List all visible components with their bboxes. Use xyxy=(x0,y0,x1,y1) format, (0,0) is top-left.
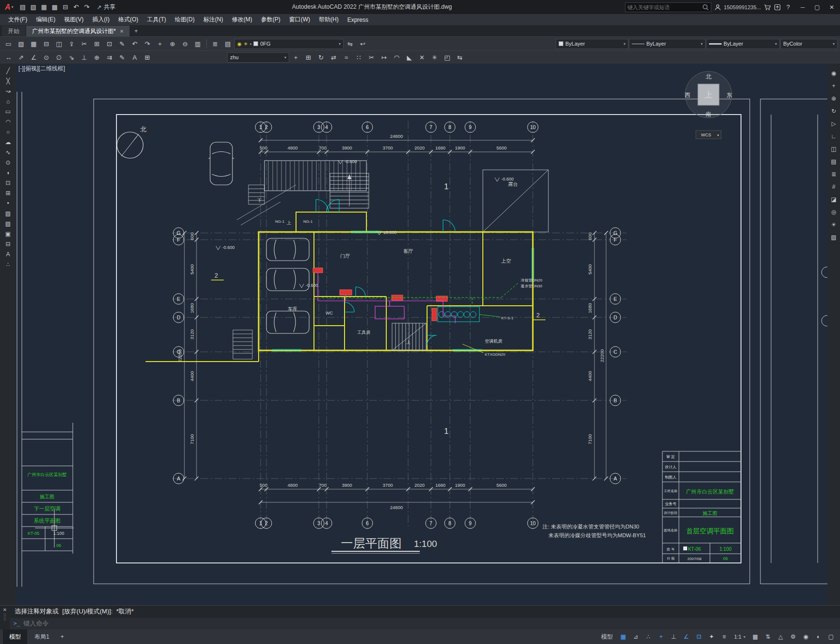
pan-icon[interactable]: + xyxy=(154,38,166,50)
line-icon[interactable]: ╱ xyxy=(2,66,14,75)
isolate-objects-icon[interactable]: ◐ xyxy=(812,631,824,642)
undo-icon[interactable]: ↶ xyxy=(129,38,141,50)
revision-cloud-icon[interactable]: ☁ xyxy=(2,137,14,147)
snap-icon[interactable]: ⊿ xyxy=(630,631,642,642)
dim-radius-icon[interactable]: ⊙ xyxy=(40,52,52,63)
measure-icon[interactable]: # xyxy=(829,182,839,191)
menu-item-8[interactable]: 修改(M) xyxy=(228,14,257,25)
infer-constraints-icon[interactable]: ∴ xyxy=(642,631,655,642)
dynamic-input-icon[interactable]: + xyxy=(655,631,667,642)
new-file-icon[interactable]: ▭ xyxy=(2,38,15,50)
point-icon[interactable]: • xyxy=(2,198,14,208)
cut-icon[interactable]: ✂ xyxy=(78,38,90,50)
center-mark-icon[interactable]: ⊕ xyxy=(91,52,103,63)
undo-icon[interactable]: ↶ xyxy=(71,2,82,13)
color-dropdown[interactable]: ByLayer ▾ xyxy=(556,39,628,49)
osnap-icon[interactable]: ⊡ xyxy=(693,631,705,642)
array-icon[interactable]: ∷ xyxy=(353,52,365,63)
gradient-icon[interactable]: ▧ xyxy=(2,219,14,228)
lineweight-display-icon[interactable]: ≡ xyxy=(718,631,730,642)
move-icon[interactable]: + xyxy=(290,52,302,63)
clean-screen-icon[interactable]: ▢ xyxy=(825,631,837,642)
construction-line-icon[interactable]: ╳ xyxy=(2,76,14,85)
spline-icon[interactable]: ∿ xyxy=(2,148,14,157)
minimize-icon[interactable]: ─ xyxy=(795,0,810,14)
properties-icon[interactable]: ▥ xyxy=(192,38,204,50)
layer-states-icon[interactable]: ▤ xyxy=(222,38,234,50)
dim-style-icon[interactable]: ✎ xyxy=(116,52,128,63)
share-button[interactable]: ↗ 共享 xyxy=(93,3,119,11)
redo-icon[interactable]: ↷ xyxy=(82,2,92,13)
search-icon[interactable] xyxy=(702,4,709,11)
account-name[interactable]: 15059991235... xyxy=(724,4,761,10)
named-views-icon[interactable]: ▤ xyxy=(829,157,839,166)
stretch-icon[interactable]: ⇆ xyxy=(454,52,466,63)
copy-icon[interactable]: ⊞ xyxy=(91,38,103,50)
viewport-icon[interactable]: ◫ xyxy=(829,144,839,153)
plot-preview-icon[interactable]: ◫ xyxy=(53,38,65,50)
annotation-monitor-icon[interactable]: ◉ xyxy=(800,631,812,642)
dim-angular-icon[interactable]: ∠ xyxy=(28,52,40,63)
linetype-dropdown[interactable]: ByLayer ▾ xyxy=(629,39,706,49)
save-as-icon[interactable]: ▩ xyxy=(49,2,60,13)
ortho-icon[interactable]: ⊥ xyxy=(668,631,680,642)
layer-walk-icon[interactable]: ≣ xyxy=(829,169,839,179)
erase-icon[interactable]: ✕ xyxy=(416,52,428,63)
fillet-icon[interactable]: ◠ xyxy=(391,52,403,63)
layer-previous-icon[interactable]: ↩ xyxy=(357,38,369,50)
explode-icon[interactable]: ✳ xyxy=(428,52,441,63)
lineweight-dropdown[interactable]: ByLayer ▾ xyxy=(706,39,780,49)
table-icon[interactable]: ⊟ xyxy=(2,239,14,248)
menu-item-6[interactable]: 绘图(D) xyxy=(170,14,199,25)
menu-item-12[interactable]: Express xyxy=(343,14,373,25)
rectangle-icon[interactable]: ▭ xyxy=(2,107,14,116)
hatch-icon[interactable]: ▨ xyxy=(2,209,14,218)
materials-icon[interactable]: ▨ xyxy=(829,232,839,242)
transparency-icon[interactable]: ▩ xyxy=(749,631,761,642)
drawing-canvas[interactable]: [-][俯视][二维线框] 50050048004800700700390039… xyxy=(16,64,827,605)
ellipse-arc-icon[interactable]: ◖ xyxy=(2,168,14,177)
tab-start[interactable]: 开始 xyxy=(2,26,25,36)
plotstyle-dropdown[interactable]: ByColor ▾ xyxy=(780,39,838,49)
trim-icon[interactable]: ✂ xyxy=(365,52,378,63)
polar-tracking-icon[interactable]: ∠ xyxy=(680,631,692,642)
zoom-extents-icon[interactable]: ⊕ xyxy=(829,94,839,103)
scale-icon[interactable]: ◰ xyxy=(441,52,453,63)
chamfer-icon[interactable]: ◣ xyxy=(403,52,415,63)
match-properties-icon[interactable]: ✎ xyxy=(116,38,128,50)
dim-aligned-icon[interactable]: ⇗ xyxy=(15,52,27,63)
menu-item-10[interactable]: 窗口(W) xyxy=(285,14,314,25)
object-track-icon[interactable]: ✦ xyxy=(706,631,718,642)
navigation-wheel-icon[interactable]: ◉ xyxy=(829,68,839,78)
close-tab-icon[interactable]: ✕ xyxy=(120,29,124,34)
workspace-gear-icon[interactable]: ⚙ xyxy=(787,631,799,642)
menu-item-3[interactable]: 插入(I) xyxy=(88,14,114,25)
paste-icon[interactable]: ⊡ xyxy=(103,38,115,50)
publish-icon[interactable]: ⇪ xyxy=(66,38,78,50)
open-icon[interactable]: ▧ xyxy=(15,38,27,50)
showmotion-icon[interactable]: ▷ xyxy=(829,119,839,128)
app-menu-button[interactable]: A ▾ xyxy=(2,0,16,14)
sun-properties-icon[interactable]: ☀ xyxy=(829,220,839,229)
new-layout-button[interactable]: + xyxy=(57,629,68,644)
command-window-grip[interactable]: ✕ ⠿⠿ xyxy=(0,606,10,629)
dim-linear-icon[interactable]: ↔ xyxy=(2,52,15,63)
grip-point[interactable] xyxy=(683,546,687,550)
ucs-icon[interactable]: ∟ xyxy=(829,132,839,141)
search-input[interactable] xyxy=(627,4,700,10)
polygon-icon[interactable]: ⌂ xyxy=(2,97,14,106)
multiline-text-icon[interactable]: A xyxy=(2,249,14,259)
annotation-visibility-icon[interactable]: △ xyxy=(774,631,787,642)
menu-item-11[interactable]: 帮助(H) xyxy=(314,14,343,25)
tolerance-icon[interactable]: ⊥ xyxy=(78,52,90,63)
maximize-icon[interactable]: ▢ xyxy=(810,0,824,14)
offset-icon[interactable]: ≈ xyxy=(340,52,352,63)
dim-continue-icon[interactable]: ⇉ xyxy=(103,52,115,63)
selection-cycling-icon[interactable]: ⇅ xyxy=(762,631,774,642)
viewcube[interactable]: 北 南 西 东 上 WCS ▾ xyxy=(685,71,732,139)
model-space-button[interactable]: 模型 xyxy=(597,633,617,641)
camera-icon[interactable]: ◎ xyxy=(829,207,839,216)
menu-item-1[interactable]: 编辑(E) xyxy=(32,14,60,25)
menu-item-2[interactable]: 视图(V) xyxy=(60,14,88,25)
text-style-dropdown[interactable]: zhu ▾ xyxy=(227,52,289,63)
